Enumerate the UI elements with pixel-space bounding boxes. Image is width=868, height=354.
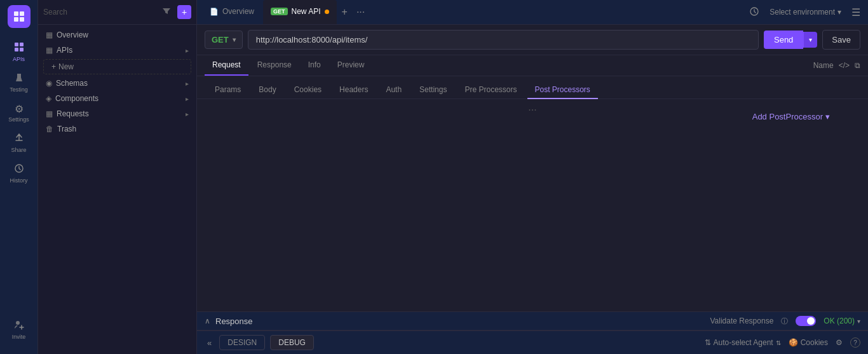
bottom-bar: « DESIGN DEBUG ⇅ Auto-select Agent ⇅ 🍪 C… — [197, 330, 868, 354]
share-icon — [14, 133, 24, 146]
method-label: GET — [212, 35, 229, 44]
tab-overview[interactable]: 📄 Overview — [202, 0, 262, 24]
sidebar-item-invite[interactable]: Invite — [3, 316, 36, 344]
inner-tab-params[interactable]: Params — [207, 81, 248, 99]
validate-label: Validate Response — [710, 317, 773, 325]
code-snippet-icon[interactable]: </> — [839, 61, 850, 70]
inner-tab-settings[interactable]: Settings — [412, 81, 454, 99]
add-postprocessor-label: Add PostProcessor — [752, 112, 823, 121]
ok-label: OK (200) — [824, 317, 855, 325]
sidebar-item-testing[interactable]: Testing — [3, 69, 36, 97]
hamburger-menu-button[interactable]: ☰ — [851, 6, 860, 18]
name-field[interactable]: Name — [813, 61, 834, 70]
filter-icon[interactable] — [159, 6, 173, 19]
tree-item-components[interactable]: ◈ Components ▸ — [38, 91, 196, 106]
req-tab-info[interactable]: Info — [301, 55, 329, 76]
send-dropdown-button[interactable]: ▾ — [803, 32, 817, 48]
svg-rect-1 — [20, 11, 24, 16]
tab-method-badge: GET — [271, 8, 288, 15]
schemas-tree-arrow: ▸ — [186, 80, 189, 87]
ok-dropdown-arrow[interactable]: ▾ — [857, 318, 860, 325]
new-item-button[interactable]: + New — [43, 59, 191, 74]
cookies-link[interactable]: 🍪 Cookies — [789, 338, 828, 347]
requests-tree-icon: ▦ — [46, 109, 53, 118]
schemas-tree-icon: ◉ — [46, 79, 52, 88]
add-postprocessor-button[interactable]: Add PostProcessor ▾ — [752, 112, 830, 121]
inner-tab-post-processors[interactable]: Post Processors — [527, 81, 598, 99]
inner-tab-headers[interactable]: Headers — [332, 81, 376, 99]
expand-icon[interactable]: ⧉ — [855, 61, 860, 70]
bottom-bar-right: ⇅ Auto-select Agent ⇅ 🍪 Cookies ⚙ ? — [705, 337, 860, 348]
main-content: 📄 Overview GET New API + ··· Select envi… — [197, 0, 868, 354]
tree-item-requests[interactable]: ▦ Requests ▸ — [38, 106, 196, 121]
auto-select-agent[interactable]: ⇅ Auto-select Agent ⇅ — [705, 338, 781, 347]
tab-more-button[interactable]: ··· — [353, 5, 369, 19]
response-header: ∧ Response Validate Response ⓘ OK (200) … — [197, 312, 868, 330]
nav-arrows: « — [205, 337, 214, 349]
debug-mode-button[interactable]: DEBUG — [270, 335, 314, 350]
req-tab-info-label: Info — [308, 60, 321, 69]
tabs-bar: 📄 Overview GET New API + ··· — [197, 0, 742, 24]
app-logo[interactable] — [8, 5, 31, 28]
sidebar-item-share[interactable]: Share — [3, 129, 36, 157]
sidebar-item-history[interactable]: History — [3, 160, 36, 187]
design-mode-button[interactable]: DESIGN — [219, 335, 265, 350]
tree-item-trash-label: Trash — [57, 125, 76, 133]
inner-tab-body-label: Body — [259, 85, 276, 94]
auto-select-icon: ⇅ — [705, 338, 711, 347]
cookies-label: Cookies — [801, 338, 828, 347]
method-arrow-icon: ▾ — [233, 36, 236, 43]
req-tab-request[interactable]: Request — [205, 55, 248, 76]
sidebar-item-apis[interactable]: APIs — [3, 38, 36, 66]
method-select[interactable]: GET ▾ — [205, 31, 243, 49]
save-button[interactable]: Save — [822, 30, 860, 50]
inner-tab-body[interactable]: Body — [251, 81, 283, 99]
tab-overview-label: Overview — [222, 7, 254, 16]
tree-item-apis[interactable]: ▦ APIs ▸ — [38, 43, 196, 58]
send-btn-group: Send ▾ — [764, 31, 817, 49]
response-toggle-button[interactable]: ∧ — [205, 317, 210, 325]
tab-new-api[interactable]: GET New API — [263, 0, 337, 24]
invite-icon — [14, 320, 24, 332]
tree-item-schemas[interactable]: ◉ Schemas ▸ — [38, 76, 196, 91]
overview-tab-icon: 📄 — [210, 8, 219, 16]
inner-tab-headers-label: Headers — [339, 85, 368, 94]
sidebar-search-input[interactable] — [43, 8, 156, 17]
inner-tab-pre-processors[interactable]: Pre Processors — [457, 81, 524, 99]
tab-add-button[interactable]: + — [338, 5, 351, 19]
validate-toggle[interactable] — [796, 316, 816, 326]
req-tab-response[interactable]: Response — [250, 55, 299, 76]
svg-point-9 — [16, 321, 20, 325]
history-icon — [14, 163, 24, 176]
sidebar-item-apis-label: APIs — [13, 56, 25, 62]
env-select-arrow: ▾ — [837, 8, 841, 17]
svg-rect-4 — [15, 43, 18, 46]
sidebar-search-bar: + — [38, 0, 196, 25]
inner-tab-auth-label: Auth — [386, 85, 402, 94]
apis-icon — [14, 42, 24, 55]
ok-status-badge: OK (200) ▾ — [824, 317, 860, 325]
inner-tab-auth[interactable]: Auth — [378, 81, 409, 99]
send-dropdown-arrow: ▾ — [809, 36, 812, 43]
inner-tab-settings-label: Settings — [419, 85, 447, 94]
add-button[interactable]: + — [177, 5, 191, 19]
inner-tab-post-processors-label: Post Processors — [535, 85, 590, 94]
nav-back-button[interactable]: « — [205, 337, 214, 349]
env-select-label: Select environment — [770, 8, 835, 17]
url-input[interactable] — [248, 30, 759, 50]
settings-icon: ⚙ — [15, 103, 24, 115]
response-section: ∧ Response Validate Response ⓘ OK (200) … — [197, 311, 868, 354]
sidebar-tree: ▦ Overview ▦ APIs ▸ + New ◉ Schemas ▸ ◈ … — [38, 25, 196, 354]
send-button[interactable]: Send — [764, 31, 803, 49]
inner-tab-cookies[interactable]: Cookies — [287, 81, 329, 99]
env-select[interactable]: Select environment ▾ — [764, 6, 846, 18]
tree-item-trash[interactable]: 🗑 Trash — [38, 121, 196, 137]
tree-item-overview[interactable]: ▦ Overview — [38, 27, 196, 43]
requests-tree-arrow: ▸ — [186, 111, 189, 118]
req-tab-preview[interactable]: Preview — [330, 55, 372, 76]
sidebar-item-settings[interactable]: ⚙ Settings — [3, 99, 36, 126]
sidebar-item-history-label: History — [10, 177, 27, 184]
help-icon[interactable]: ? — [850, 337, 860, 348]
tree-item-overview-label: Overview — [57, 31, 88, 39]
settings-bottom-icon[interactable]: ⚙ — [836, 338, 843, 347]
